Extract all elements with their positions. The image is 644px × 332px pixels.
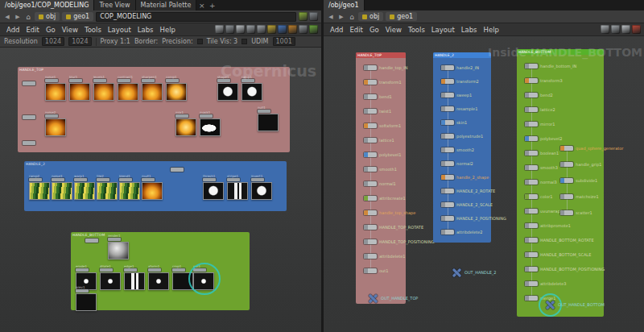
graph-node[interactable]: uvunwrap1 [525,209,538,214]
graph-node[interactable]: out1 [364,268,377,273]
graph-node-thumbnail[interactable]: edge1 [124,264,145,290]
graph-node-thumbnail[interactable]: out1 [193,264,214,290]
graph-node[interactable]: bend1 [364,94,377,99]
tab-add-button[interactable]: + [207,0,217,10]
graph-node-thumbnail[interactable]: ramp1 [242,75,262,101]
home-icon[interactable]: ⌂ [348,13,356,21]
graph-node[interactable]: normal3 [525,180,538,185]
graph-node-thumbnail[interactable]: dilate1 [100,264,121,290]
tools-icon[interactable] [601,25,609,34]
graph-node[interactable]: boolean1 [525,151,538,156]
udim-field[interactable]: 1001 [273,37,295,46]
graph-node[interactable]: handle2_IN [441,65,454,70]
graph-node[interactable]: HANDLE_TOP_POSITIONING [364,239,377,244]
menu-help[interactable]: Help [157,26,179,34]
output-null-node[interactable]: OUT_HANDLE_BOTTOM [546,301,555,309]
graph-node[interactable]: normal1 [364,181,377,186]
graph-node-thumbnail[interactable]: warp1 [74,174,95,200]
graph-node[interactable]: merge1 [525,296,538,301]
graph-node[interactable]: quad_sphere_generator [560,146,573,151]
graph-node[interactable]: lattice2 [525,107,538,112]
search-icon[interactable] [299,25,308,34]
graph-node[interactable]: transform2 [441,79,454,84]
graph-node[interactable]: HANDLE_2_SCALE [441,202,454,207]
backdrop-handle_2[interactable]: HANDLE_2handle2_INtransform2sweep1resamp… [433,52,491,243]
graph-node-thumbnail[interactable]: mask1 [200,110,221,136]
backdrop-handle_bottom[interactable]: HANDLE_BOTTOMhandle_bottom_INtransform3b… [517,49,604,317]
snapshot-icon[interactable] [299,12,308,21]
menu-add[interactable]: Add [327,26,346,34]
forward-button[interactable]: ▶ [337,14,345,20]
back-button[interactable]: ◀ [327,14,335,20]
graph-node[interactable]: HANDLE_2_POSITIONING [441,216,454,221]
graph-node[interactable]: sweep1 [441,93,454,98]
tilevis-checkbox[interactable] [197,39,203,44]
graph-node[interactable]: smooth1 [364,167,377,172]
graph-node[interactable]: transform3 [525,78,538,83]
graph-node[interactable]: HANDLE_BOTTOM_POSITIONING [525,267,538,272]
graph-node[interactable]: HANDLE_BOTTOM_ROTATE [525,238,538,243]
path-chip-obj[interactable]: obj [35,12,60,21]
backdrop-handle_2[interactable]: HANDLE_2ramp2noise3warp1tile2blend1mult1… [24,161,287,211]
resolution-width-field[interactable]: 1024 [42,37,64,46]
forward-button[interactable]: ▶ [14,14,22,20]
grid-icon[interactable] [621,25,630,34]
tab-close-button[interactable]: × [196,0,207,10]
graph-node[interactable]: attribcreate1 [364,196,377,201]
graph-node[interactable]: mirror1 [525,122,538,127]
graph-node[interactable]: polybevel1 [364,152,377,157]
menu-layout[interactable]: Layout [105,26,134,34]
graph-node[interactable]: HANDLE_TOP_ROTATE [364,225,377,230]
graph-node-thumbnail[interactable]: sharpen1 [142,75,163,101]
menu-help[interactable]: Help [481,26,502,34]
graph-node[interactable]: normal2 [441,161,454,166]
menu-view[interactable]: View [59,26,81,34]
right-network-editor[interactable]: HANDLE_TOPhandle_top_INtransform1bend1tw… [324,36,644,332]
graph-node[interactable]: softxform1 [364,123,377,128]
graph-node[interactable]: handle_top_shape [364,210,377,215]
path-chip-geo1[interactable]: geo1 [62,12,93,21]
menu-labs[interactable]: Labs [458,26,481,34]
graph-node-thumbnail[interactable]: noise1 [45,75,66,101]
palette-grid-icon[interactable] [267,25,276,34]
graph-node-thumbnail[interactable]: blur1 [69,75,90,101]
graph-node-thumbnail[interactable]: null1 [258,106,279,131]
graph-node-thumbnail[interactable]: comp1 [166,75,187,101]
backdrop-handle_top[interactable]: HANDLE_TOPnoise1blur1levels1contrast1sha… [18,67,290,152]
menu-edit[interactable]: Edit [346,26,365,34]
red-grid-icon[interactable] [632,25,641,34]
graph-node-thumbnail[interactable]: blend1 [119,174,140,200]
graph-node-thumbnail[interactable]: shape1 [217,75,238,101]
home-icon[interactable]: ⌂ [24,13,32,21]
graph-node[interactable] [23,141,35,145]
graph-node-thumbnail[interactable]: tile2 [97,174,118,200]
menu-tools[interactable]: Tools [81,26,105,34]
graph-node[interactable] [171,168,184,172]
graph-node[interactable]: handle_2_shape [441,175,454,180]
graph-node[interactable]: skin1 [441,120,454,125]
graph-node-thumbnail[interactable]: noise2 [45,110,66,136]
graph-node-thumbnail[interactable]: invert1 [251,174,272,200]
pane-tab[interactable]: /obj/geo1/COP_MODELING [0,0,94,10]
graph-node[interactable]: color1 [525,194,538,199]
output-null-node[interactable]: OUT_HANDLE_TOP [369,294,378,303]
menu-add[interactable]: Add [3,26,23,34]
menu-go[interactable]: Go [43,26,59,34]
graph-node[interactable]: attribdelete3 [525,281,538,286]
pin-icon[interactable] [309,12,318,21]
graph-node[interactable]: matchsize1 [560,194,573,199]
menu-go[interactable]: Go [366,26,382,34]
columns-icon[interactable] [257,25,266,34]
graph-node[interactable]: handle_top_IN [364,65,377,70]
graph-node-thumbnail[interactable]: noise3 [52,174,72,200]
graph-node[interactable] [85,239,98,243]
graph-node-thumbnail[interactable]: prev1 [76,285,97,311]
graph-node[interactable]: twist1 [364,109,377,114]
output-null-node[interactable]: OUT_HANDLE_2 [452,268,461,277]
back-button[interactable]: ◀ [3,14,11,20]
menu-layout[interactable]: Layout [428,26,458,34]
graph-node-thumbnail[interactable]: crop1 [172,264,193,290]
graph-node[interactable]: scatter1 [560,210,573,215]
list-icon[interactable] [611,25,620,34]
path-chip-obj[interactable]: obj [358,12,383,21]
